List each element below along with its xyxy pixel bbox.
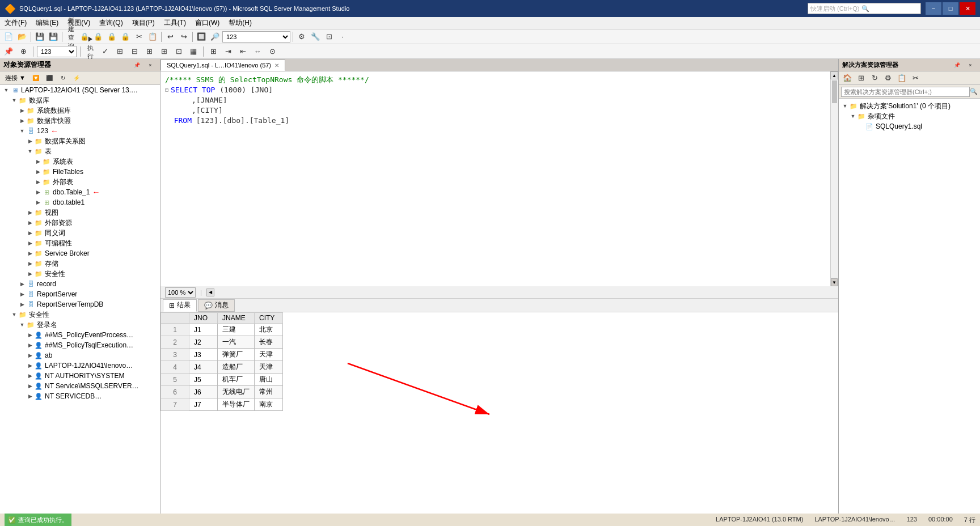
db-dropdown-2[interactable]: 123 bbox=[37, 46, 77, 57]
tree-row-programmability[interactable]: ▶ 📁 可编程性 bbox=[24, 238, 160, 248]
tree-row-sqlfile[interactable]: 📄 SQLQuery1.sql bbox=[855, 121, 980, 132]
editor-scroll-up2[interactable]: ▲ bbox=[830, 71, 838, 79]
results-content[interactable]: JNO JNAME CITY 1 J1 三建 北京 2 J2 一汽 长春 3 J… bbox=[160, 312, 838, 514]
tree-row-server[interactable]: ▼ 🖥 LAPTOP-1J2AIO41 (SQL Server 13.… bbox=[0, 85, 160, 95]
tree-row-login2[interactable]: ▶ 👤 ##MS_PolicyTsqlExecution… bbox=[24, 340, 160, 350]
outdent-btn[interactable]: ⇤ bbox=[236, 46, 249, 57]
tree-row-externalres[interactable]: ▶ 📁 外部资源 bbox=[24, 218, 160, 228]
connect-button[interactable]: 连接 ▼ bbox=[2, 73, 28, 83]
tree-row-login5[interactable]: ▶ 👤 NT AUTHORITY\SYSTEM bbox=[24, 371, 160, 381]
tb-icon10[interactable]: 🔧 bbox=[309, 31, 322, 43]
menu-tools[interactable]: 工具(T) bbox=[159, 17, 191, 29]
tree-row-db123[interactable]: ▼ 🗄 123 ← bbox=[16, 126, 160, 136]
scroll-down-btn[interactable]: ▼ bbox=[831, 278, 838, 286]
query-tab-close[interactable]: ✕ bbox=[274, 62, 279, 69]
tree-row-login7[interactable]: ▶ 👤 NT SERVICEDB… bbox=[24, 391, 160, 401]
tb2-icon4[interactable]: ⊞ bbox=[158, 46, 170, 57]
db-selector[interactable]: 123 bbox=[222, 31, 290, 43]
results-tab-grid[interactable]: ⊞ 结果 bbox=[163, 299, 197, 312]
tree-row-security3[interactable]: ▶ 📁 安全性 bbox=[24, 269, 160, 279]
sol-pin-btn[interactable]: 📌 bbox=[951, 60, 963, 71]
menu-edit[interactable]: 编辑(E) bbox=[31, 17, 63, 29]
tree-row-login3[interactable]: ▶ 👤 ab bbox=[24, 350, 160, 360]
sol-tb6[interactable]: ✂ bbox=[909, 73, 922, 84]
editor-scrollbar[interactable]: ▲ ▼ bbox=[830, 71, 838, 286]
execute-button[interactable]: ▶ 执行(X) bbox=[84, 46, 96, 57]
save-btn[interactable]: 💾 bbox=[33, 31, 46, 43]
sol-tb4[interactable]: ⚙ bbox=[882, 73, 894, 84]
save-all-btn[interactable]: 💾 bbox=[47, 31, 60, 43]
tb-icon7[interactable]: 🔲 bbox=[195, 31, 208, 43]
indent-btn[interactable]: ⇥ bbox=[222, 46, 234, 57]
minimize-button[interactable]: − bbox=[926, 2, 941, 15]
scroll-thumb[interactable] bbox=[832, 80, 837, 103]
tree-row-login1[interactable]: ▶ 👤 ##MS_PolicyEventProcess… bbox=[24, 330, 160, 340]
tree-row-views[interactable]: ▶ 📁 视图 bbox=[24, 207, 160, 218]
oe-refresh-btn[interactable]: ↻ bbox=[57, 73, 69, 84]
results-tab-msg[interactable]: 💬 消息 bbox=[198, 299, 235, 312]
menu-window[interactable]: 窗口(W) bbox=[191, 17, 224, 29]
object-explorer-content[interactable]: ▼ 🖥 LAPTOP-1J2AIO41 (SQL Server 13.… ▼ 📁… bbox=[0, 85, 160, 514]
menu-file[interactable]: 文件(F) bbox=[0, 17, 31, 29]
oe-filter-btn[interactable]: 🔽 bbox=[29, 73, 42, 84]
tb2-icon6[interactable]: ▦ bbox=[187, 46, 200, 57]
horizontal-scroll-left[interactable]: ◀ bbox=[206, 289, 214, 296]
tree-row-reportservertempdb[interactable]: ▶ 🗄 ReportServerTempDB bbox=[16, 299, 160, 309]
tb2-icon5[interactable]: ⊡ bbox=[172, 46, 185, 57]
tree-row-databases[interactable]: ▼ 📁 数据库 bbox=[8, 95, 160, 105]
tree-row-login4[interactable]: ▶ 👤 LAPTOP-1J2AIO41\lenovo… bbox=[24, 360, 160, 371]
tree-row-table1lower[interactable]: ▶ ⊞ dbo.table1 bbox=[32, 197, 160, 207]
oe-stop-btn[interactable]: ⬛ bbox=[43, 73, 56, 84]
tb-icon5[interactable]: ✂ bbox=[133, 31, 145, 43]
check-button[interactable]: ✓ bbox=[99, 46, 111, 57]
solution-search-input[interactable] bbox=[841, 87, 970, 97]
oe-pin-btn[interactable]: 📌 bbox=[130, 60, 143, 71]
tree-row-security[interactable]: ▼ 📁 安全性 bbox=[8, 309, 160, 320]
tree-row-misc[interactable]: ▼ 📁 杂项文件 bbox=[847, 111, 980, 121]
tb2-icon7[interactable]: ⊞ bbox=[207, 46, 219, 57]
tb2-icon2[interactable]: ⊟ bbox=[128, 46, 141, 57]
tree-row-synonyms[interactable]: ▶ 📁 同义词 bbox=[24, 228, 160, 238]
tb-icon6[interactable]: 📋 bbox=[146, 31, 159, 43]
open-btn[interactable]: 📂 bbox=[16, 31, 28, 43]
sol-close-btn[interactable]: × bbox=[964, 60, 977, 71]
tb-icon12[interactable]: · bbox=[336, 31, 349, 43]
tree-row-systemdbs[interactable]: ▶ 📁 系统数据库 bbox=[16, 105, 160, 116]
solution-explorer-content[interactable]: ▼ 📁 解决方案'Solution1' (0 个项目) ▼ 📁 杂项文件 📄 bbox=[839, 99, 980, 514]
tree-row-externaltables[interactable]: ▶ 📁 外部表 bbox=[32, 177, 160, 187]
new-query-btn[interactable]: 📄 bbox=[2, 31, 15, 43]
oe-filter2-btn[interactable]: ⚡ bbox=[70, 73, 83, 84]
tree-row-login6[interactable]: ▶ 👤 NT Service\MSSQLSERVER… bbox=[24, 381, 160, 391]
tb2-icon1[interactable]: ⊞ bbox=[113, 46, 126, 57]
sol-tb2[interactable]: ⊞ bbox=[855, 73, 867, 84]
query-editor[interactable]: /***** SSMS 的 SelectTopNRows 命令的脚本 *****… bbox=[160, 71, 830, 286]
tree-row-logins[interactable]: ▼ 📁 登录名 bbox=[16, 320, 160, 330]
tb-icon4[interactable]: 🔒 bbox=[119, 31, 132, 43]
tb-redo[interactable]: ↪ bbox=[178, 31, 190, 43]
tree-row-systables[interactable]: ▶ 📁 系统表 bbox=[32, 156, 160, 167]
menu-query[interactable]: 查询(Q) bbox=[95, 17, 127, 29]
tb-icon8[interactable]: 🔎 bbox=[209, 31, 221, 43]
tree-row-record[interactable]: ▶ 🗄 record bbox=[16, 279, 160, 289]
sol-tb3[interactable]: ↻ bbox=[868, 73, 881, 84]
tb2-icon3[interactable]: ⊞ bbox=[143, 46, 155, 57]
tree-row-dbdiagram[interactable]: ▶ 📁 数据库关系图 bbox=[24, 136, 160, 146]
tb-icon3[interactable]: 🔒 bbox=[105, 31, 118, 43]
sol-tb5[interactable]: 📋 bbox=[895, 73, 908, 84]
maximize-button[interactable]: □ bbox=[943, 2, 958, 15]
tree-row-storage[interactable]: ▶ 📁 存储 bbox=[24, 258, 160, 269]
tree-row-tables[interactable]: ▼ 📁 表 bbox=[24, 146, 160, 156]
tb2-icon9[interactable]: ⊙ bbox=[266, 46, 278, 57]
tb-undo[interactable]: ↩ bbox=[164, 31, 176, 43]
query-tab[interactable]: SQLQuery1.sql - L…IO41\lenovo (57) ✕ bbox=[160, 60, 285, 71]
tree-row-servicebroker[interactable]: ▶ 📁 Service Broker bbox=[24, 248, 160, 258]
menu-help[interactable]: 帮助(H) bbox=[224, 17, 256, 29]
zoom-select[interactable]: 100 % bbox=[165, 287, 196, 298]
close-button[interactable]: ✕ bbox=[960, 2, 975, 15]
tb-icon11[interactable]: ⊡ bbox=[323, 31, 335, 43]
tb2-icon8[interactable]: ↔ bbox=[251, 46, 264, 57]
tb-icon9[interactable]: ⚙ bbox=[295, 31, 308, 43]
quick-search-input[interactable]: 快速启动 (Ctrl+Q) bbox=[810, 5, 859, 13]
menu-project[interactable]: 项目(P) bbox=[128, 17, 159, 29]
tree-row-filetables[interactable]: ▶ 📁 FileTables bbox=[32, 167, 160, 177]
